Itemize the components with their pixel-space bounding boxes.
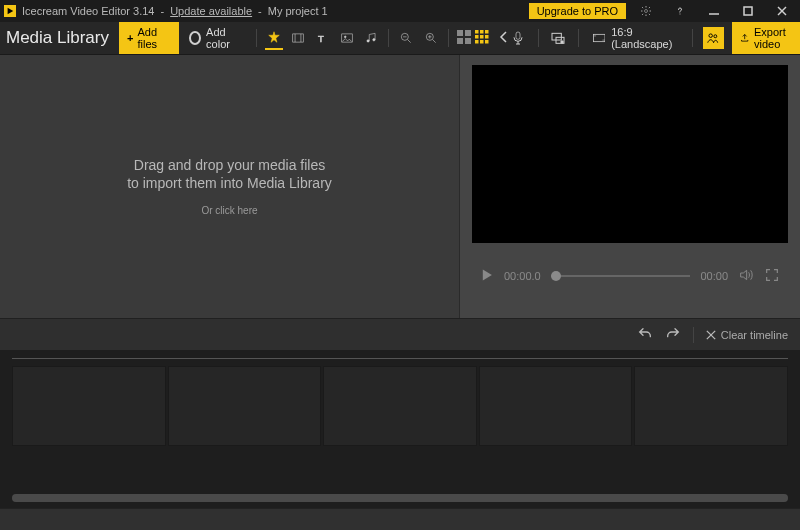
small-thumbs-button[interactable] <box>475 30 489 47</box>
add-files-button[interactable]: + Add files <box>119 22 179 54</box>
svg-rect-33 <box>480 40 484 44</box>
export-label: Export video <box>754 26 800 50</box>
image-icon <box>340 31 354 45</box>
svg-rect-35 <box>516 32 520 39</box>
add-color-button[interactable]: Add color <box>185 26 248 50</box>
chevron-left-icon <box>499 31 509 43</box>
svg-point-42 <box>709 34 713 38</box>
svg-marker-6 <box>268 32 279 43</box>
export-icon <box>740 32 749 44</box>
update-link[interactable]: Update available <box>170 5 252 17</box>
redo-button[interactable] <box>665 326 681 344</box>
fullscreen-button[interactable] <box>764 267 780 285</box>
aspect-ratio-button[interactable]: 16:9 (Landscape) <box>589 26 683 50</box>
collapse-panel-button[interactable] <box>499 31 509 46</box>
volume-button[interactable] <box>738 267 754 285</box>
separator <box>448 29 449 47</box>
voiceover-button[interactable] <box>509 26 528 50</box>
svg-rect-36 <box>552 33 561 40</box>
svg-rect-3 <box>744 7 752 15</box>
svg-point-12 <box>344 36 346 38</box>
timeline-slot[interactable] <box>323 366 477 446</box>
timeline-slot[interactable] <box>12 366 166 446</box>
app-logo <box>4 5 16 17</box>
text-tab[interactable]: T <box>313 26 331 50</box>
people-icon <box>706 31 720 45</box>
settings-button[interactable] <box>632 0 660 22</box>
timeline-track[interactable] <box>12 366 788 446</box>
svg-text:T: T <box>318 34 324 44</box>
svg-rect-26 <box>475 30 479 34</box>
preview-quality-button[interactable] <box>703 27 724 49</box>
play-button[interactable] <box>480 268 494 284</box>
media-drop-zone[interactable]: Drag and drop your media files to import… <box>0 55 460 318</box>
maximize-button[interactable] <box>734 0 762 22</box>
zoom-in-icon <box>424 31 438 45</box>
close-icon <box>776 5 788 17</box>
app-title: Icecream Video Editor 3.14 <box>22 5 154 17</box>
timeline-slot[interactable] <box>634 366 788 446</box>
image-tab[interactable] <box>338 26 356 50</box>
seek-thumb[interactable] <box>551 271 561 281</box>
separator <box>578 29 579 47</box>
add-files-label: Add files <box>137 26 171 50</box>
svg-rect-34 <box>485 40 489 44</box>
aspect-label: 16:9 (Landscape) <box>611 26 678 50</box>
zoom-out-button[interactable] <box>397 26 415 50</box>
svg-line-19 <box>433 40 436 43</box>
music-icon <box>364 31 378 45</box>
timeline-scrollbar[interactable] <box>12 494 788 502</box>
undo-icon <box>637 326 653 342</box>
help-icon <box>674 5 686 17</box>
preview-canvas[interactable] <box>472 65 788 243</box>
player-controls: 00:00.0 00:00 <box>460 243 800 285</box>
gear-icon <box>640 5 652 17</box>
add-color-label: Add color <box>206 26 244 50</box>
separator <box>538 29 539 47</box>
audio-tab[interactable] <box>362 26 380 50</box>
svg-rect-25 <box>465 38 471 44</box>
grid-large-icon <box>457 30 471 44</box>
timeline-slot[interactable] <box>168 366 322 446</box>
title-bar: Icecream Video Editor 3.14 - Update avai… <box>0 0 800 22</box>
timeline[interactable] <box>0 350 800 508</box>
undo-button[interactable] <box>637 326 653 344</box>
play-icon <box>480 268 494 282</box>
video-tab[interactable] <box>289 26 307 50</box>
maximize-icon <box>742 5 754 17</box>
title-separator-2: - <box>258 5 262 17</box>
duration: 00:00 <box>700 270 728 282</box>
svg-point-14 <box>373 39 375 41</box>
zoom-in-button[interactable] <box>422 26 440 50</box>
minimize-button[interactable] <box>700 0 728 22</box>
status-bar <box>0 508 800 530</box>
svg-rect-39 <box>593 34 604 41</box>
title-separator-1: - <box>160 5 164 17</box>
text-icon: T <box>315 31 329 45</box>
screen-record-button[interactable] <box>549 26 568 50</box>
grid-small-icon <box>475 30 489 44</box>
main-area: Drag and drop your media files to import… <box>0 55 800 318</box>
svg-point-1 <box>645 10 648 13</box>
help-button[interactable] <box>666 0 694 22</box>
svg-rect-27 <box>480 30 484 34</box>
svg-point-43 <box>714 35 717 38</box>
svg-rect-31 <box>485 35 489 39</box>
transitions-tab[interactable] <box>265 26 283 50</box>
minimize-icon <box>708 5 720 17</box>
seek-bar[interactable] <box>551 275 691 277</box>
svg-rect-24 <box>457 38 463 44</box>
timeline-ruler[interactable] <box>12 358 788 362</box>
timeline-scroll-thumb[interactable] <box>12 494 788 502</box>
upgrade-pro-button[interactable]: Upgrade to PRO <box>529 3 626 19</box>
close-button[interactable] <box>768 0 796 22</box>
film-icon <box>291 31 305 45</box>
timeline-slot[interactable] <box>479 366 633 446</box>
zoom-out-icon <box>399 31 413 45</box>
x-icon <box>706 330 716 340</box>
drop-text-2: to import them into Media Library <box>127 175 332 191</box>
clear-timeline-button[interactable]: Clear timeline <box>706 329 788 341</box>
export-button[interactable]: Export video <box>732 22 800 54</box>
star-icon <box>267 30 281 44</box>
large-thumbs-button[interactable] <box>457 30 471 47</box>
